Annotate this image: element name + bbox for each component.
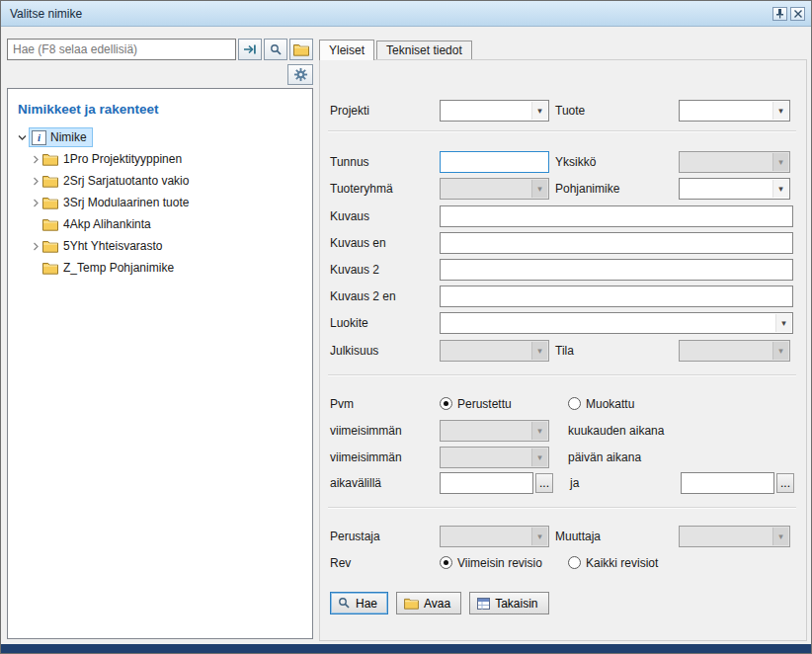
chevron-down-icon: ▾ bbox=[772, 102, 788, 120]
muokattu-label: Muokattu bbox=[586, 397, 634, 411]
paivan-aikana-label: päivän aikana bbox=[568, 450, 641, 464]
tuote-label: Tuote bbox=[555, 104, 679, 118]
tuoteryhma-dropdown[interactable]: ▾ bbox=[440, 178, 549, 200]
projekti-dropdown[interactable]: ▾ bbox=[440, 100, 549, 122]
hae-button-label: Hae bbox=[356, 597, 377, 611]
tree-item-3srj[interactable]: 3Srj Modulaarinen tuote bbox=[8, 192, 312, 213]
chevron-collapsed-icon[interactable] bbox=[29, 242, 42, 251]
aikavali-alku-browse-button[interactable]: ... bbox=[535, 473, 553, 493]
separator bbox=[328, 507, 796, 509]
tunnus-input[interactable] bbox=[440, 151, 549, 173]
chevron-down-icon: ▾ bbox=[531, 449, 547, 466]
folder-icon bbox=[42, 153, 58, 166]
tree-item-ztemp[interactable]: Z_Temp Pohjanimike bbox=[8, 257, 312, 279]
tree-item-label: Z_Temp Pohjanimike bbox=[63, 261, 174, 275]
row-kuvaus-en: Kuvaus en bbox=[330, 231, 793, 254]
window-bottom-strip bbox=[1, 644, 811, 653]
muuttaja-dropdown[interactable]: ▾ bbox=[679, 526, 790, 547]
row-tunnus: Tunnus Yksikkö ▾ bbox=[330, 150, 793, 173]
tree-item-1pro[interactable]: 1Pro Projektityyppinen bbox=[8, 148, 312, 170]
kuvaus-2-en-input[interactable] bbox=[440, 286, 793, 307]
kuukauden-aikana-label: kuukauden aikana bbox=[568, 424, 664, 438]
yksikko-dropdown[interactable]: ▾ bbox=[679, 151, 790, 173]
settings-gear-button[interactable] bbox=[287, 64, 313, 85]
tree-root-label: Nimike bbox=[50, 130, 87, 144]
folder-icon bbox=[42, 218, 58, 231]
kuukausi-dropdown[interactable]: ▾ bbox=[440, 420, 549, 442]
gear-row bbox=[287, 64, 313, 85]
avaa-button-label: Avaa bbox=[424, 597, 450, 611]
radio-viimeisin-revisio[interactable]: Viimeisin revisio bbox=[440, 556, 568, 570]
tuoteryhma-label: Tuoteryhmä bbox=[330, 182, 440, 196]
hae-button[interactable]: Hae bbox=[330, 592, 388, 614]
item-info-icon: i bbox=[32, 130, 46, 145]
tree-item-label: 3Srj Modulaarinen tuote bbox=[63, 196, 189, 209]
chevron-collapsed-icon[interactable] bbox=[29, 199, 42, 207]
chevron-expanded-icon[interactable] bbox=[15, 133, 29, 142]
search-open-folder-button[interactable] bbox=[289, 39, 313, 60]
kuvaus-2-en-label: Kuvaus 2 en bbox=[330, 289, 440, 303]
separator bbox=[328, 130, 796, 132]
close-icon bbox=[793, 9, 803, 19]
folder-icon bbox=[42, 262, 58, 275]
julkisuus-label: Julkisuus bbox=[330, 344, 440, 358]
tab-yleiset[interactable]: Yleiset bbox=[319, 40, 374, 60]
kuvaus-2-input[interactable] bbox=[440, 259, 793, 281]
takaisin-button[interactable]: Takaisin bbox=[469, 592, 548, 614]
kuvaus-input[interactable] bbox=[440, 205, 793, 227]
gear-icon bbox=[293, 67, 308, 82]
chevron-collapsed-icon[interactable] bbox=[29, 177, 42, 186]
takaisin-button-label: Takaisin bbox=[495, 597, 537, 611]
search-magnifier-button[interactable] bbox=[264, 39, 287, 60]
aikavali-loppu-input[interactable] bbox=[681, 472, 774, 494]
radio-perustettu[interactable]: Perustettu bbox=[440, 397, 568, 411]
chevron-down-icon: ▾ bbox=[531, 180, 547, 198]
kuvaus-en-input[interactable] bbox=[440, 232, 793, 254]
tree-heading: Nimikkeet ja rakenteet bbox=[18, 102, 312, 117]
tree-item-5yht[interactable]: 5Yht Yhteisvarasto bbox=[8, 235, 312, 257]
kuvaus-2-label: Kuvaus 2 bbox=[330, 263, 440, 277]
row-luokite: Luokite ▾ bbox=[330, 311, 793, 334]
tree-item-label: 1Pro Projektityyppinen bbox=[63, 152, 182, 166]
aikavalilla-label: aikavälillä bbox=[330, 476, 440, 490]
luokite-dropdown[interactable]: ▾ bbox=[440, 312, 793, 334]
pvm-label: Pvm bbox=[330, 397, 440, 411]
row-aikavalilla: aikavälillä ... ja ... bbox=[330, 471, 793, 494]
radio-unselected-icon bbox=[568, 556, 581, 569]
pohjanimike-dropdown[interactable]: ▾ bbox=[679, 178, 790, 200]
chevron-collapsed-icon[interactable] bbox=[29, 155, 42, 164]
aikavali-alku-input[interactable] bbox=[440, 472, 533, 494]
kuvaus-en-label: Kuvaus en bbox=[330, 236, 440, 250]
tree-item-2srj[interactable]: 2Srj Sarjatuotanto vakio bbox=[8, 170, 312, 192]
row-kuvaus-2-en: Kuvaus 2 en bbox=[330, 285, 793, 307]
aikavali-loppu-browse-button[interactable]: ... bbox=[776, 473, 794, 493]
tuote-dropdown[interactable]: ▾ bbox=[679, 100, 790, 122]
julkisuus-dropdown[interactable]: ▾ bbox=[440, 340, 549, 362]
folder-icon bbox=[42, 197, 58, 209]
tree-item-label: 4Akp Alihankinta bbox=[63, 217, 151, 231]
close-button[interactable] bbox=[790, 7, 805, 21]
avaa-button[interactable]: Avaa bbox=[396, 592, 461, 614]
chevron-down-icon: ▾ bbox=[531, 422, 547, 440]
row-pvm: Pvm Perustettu Muokattu bbox=[330, 392, 793, 415]
paiva-dropdown[interactable]: ▾ bbox=[440, 447, 549, 468]
tila-dropdown[interactable]: ▾ bbox=[679, 340, 790, 362]
tree-root-nimike[interactable]: i Nimike bbox=[8, 126, 312, 148]
radio-muokattu[interactable]: Muokattu bbox=[568, 397, 634, 411]
chevron-down-icon: ▾ bbox=[775, 314, 791, 332]
ja-label: ja bbox=[570, 476, 681, 490]
separator bbox=[328, 374, 796, 376]
search-row bbox=[7, 39, 313, 60]
row-tuoteryhma: Tuoteryhmä ▾ Pohjanimike ▾ bbox=[330, 177, 793, 200]
radio-kaikki-revisiot[interactable]: Kaikki revisiot bbox=[568, 556, 658, 570]
search-go-button[interactable] bbox=[238, 39, 262, 60]
row-perustaja: Perustaja ▾ Muuttaja ▾ bbox=[330, 525, 793, 547]
pin-icon bbox=[774, 8, 785, 19]
tab-tekniset-tiedot[interactable]: Tekniset tiedot bbox=[376, 41, 472, 59]
viimeisimman-label: viimeisimmän bbox=[330, 424, 440, 438]
tree-item-4akp[interactable]: 4Akp Alihankinta bbox=[8, 213, 312, 235]
search-input[interactable] bbox=[7, 39, 236, 60]
pin-button[interactable] bbox=[772, 7, 787, 21]
perustaja-dropdown[interactable]: ▾ bbox=[440, 526, 549, 547]
titlebar: Valitse nimike bbox=[1, 1, 811, 27]
